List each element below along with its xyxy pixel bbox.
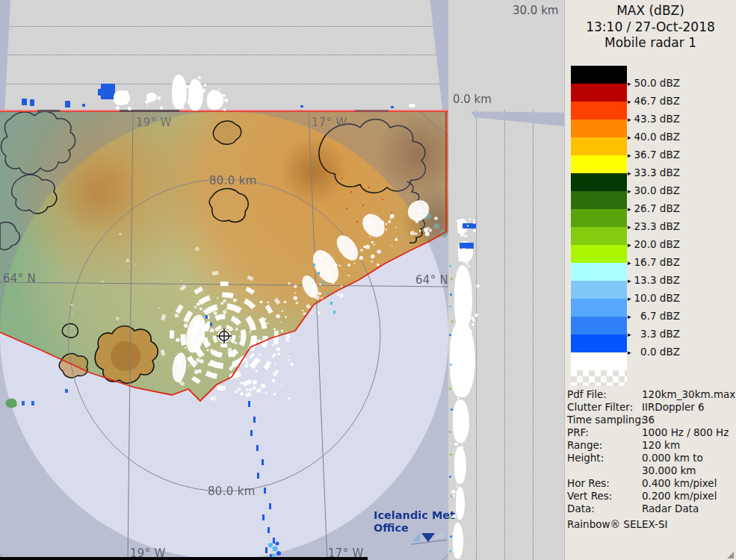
product-datetime: 13:10 / 27-Oct-2018 [565, 19, 736, 36]
echo-speck [458, 494, 460, 496]
echo-speck [449, 550, 451, 553]
legend-tick-label: ▸50.0 dBZ [628, 77, 732, 89]
metadata-label: Time sampling: [567, 414, 642, 426]
colorbar-cell [571, 245, 627, 263]
echo-speck [456, 405, 459, 408]
metadata-row: PRF:1000 Hz / 800 Hz [567, 426, 735, 439]
colorbar-cell [571, 173, 627, 191]
echo-speck [204, 84, 206, 86]
metadata-value: 120km_30km.max [642, 388, 735, 400]
echo-speck [125, 90, 128, 93]
metadata-value: 36 [642, 414, 655, 426]
legend-tick-label: ▸13.3 dBZ [628, 274, 732, 286]
colorbar-cell [571, 155, 627, 173]
dbz-colorbar [571, 66, 627, 386]
echo-speck [209, 93, 211, 96]
longitude-label-19w-top: 19° W [136, 116, 172, 129]
echo-speck [449, 305, 451, 308]
echo-speck [460, 335, 462, 337]
echo-speck [463, 429, 464, 430]
legend-tick-label: ▸3.3 dBZ [628, 328, 732, 340]
echo-speck [160, 106, 164, 110]
echo-speck [455, 281, 459, 284]
colorbar-cell [571, 209, 627, 227]
echo-blob-blue [65, 101, 70, 108]
metadata-label: Height: [567, 452, 642, 464]
echo-speck [449, 517, 451, 519]
metadata-label: Hor Res: [567, 477, 642, 490]
metadata-row: Time sampling:36 [567, 414, 735, 426]
echo-speck [464, 234, 467, 237]
echo-blob-blue [82, 104, 85, 107]
colorbar-cell [571, 137, 627, 155]
glacier-core-shade [111, 341, 140, 371]
metadata-value: 30.000 km [642, 464, 696, 476]
colorbar-cell [571, 66, 627, 84]
echo-speck [451, 278, 453, 280]
echo-speck [211, 90, 214, 93]
echo-speck [463, 230, 466, 232]
echo-speck [450, 364, 452, 366]
icelandic-met-office-logo: Icelandic Met Office [374, 509, 456, 535]
echo-speck [186, 85, 189, 88]
echo-speck [462, 393, 465, 396]
echo-speck [466, 262, 468, 265]
echo-speck [457, 397, 460, 399]
out-of-range-wedge [471, 111, 564, 127]
echo-speck [451, 320, 454, 323]
echo-speck [457, 485, 458, 487]
echo-speck [451, 408, 453, 411]
echo-speck [457, 290, 460, 292]
metadata-row: Hor Res:0.400 km/pixel [567, 477, 735, 490]
echo-speck [119, 102, 122, 105]
echo-speck [451, 490, 454, 493]
product-metadata: Pdf File:120km_30km.maxClutter Filter:II… [567, 388, 735, 515]
echo-speck [457, 273, 460, 276]
echo-speck [455, 385, 458, 388]
echo-speck [454, 426, 457, 429]
echo-speck [458, 556, 460, 559]
legend-tick-label: ▸36.7 dBZ [628, 149, 732, 161]
echo-speck [463, 474, 466, 476]
metadata-row: Vert Res:0.200 km/pixel [567, 490, 735, 503]
colorbar-cell-no-data [571, 370, 627, 386]
info-panel: MAX (dBZ) 13:10 / 27-Oct-2018 Mobile rad… [564, 0, 736, 560]
echo-speck [222, 94, 225, 97]
echo-speck [457, 447, 460, 449]
height-axis-origin-label: 0.0 km [453, 93, 492, 106]
echo-speck [460, 403, 462, 405]
echo-speck [198, 76, 201, 79]
product-title: MAX (dBZ) [565, 3, 736, 19]
logo-arrows-icon [409, 529, 448, 547]
metadata-value: 0.400 km/pixel [642, 477, 717, 489]
colorbar-cell [571, 84, 627, 102]
echo-speck [177, 81, 180, 84]
latitude-label-left: 64° N [3, 272, 36, 285]
legend-tick-label: ▸26.7 dBZ [628, 202, 732, 214]
echo-speck [449, 334, 451, 336]
legend-tick-label: ▸16.7 dBZ [628, 256, 732, 268]
metadata-value: 1000 Hz / 800 Hz [642, 426, 729, 438]
colorbar-cell-below-threshold [571, 352, 627, 370]
echo-speck [460, 290, 464, 293]
echo-blob-white [453, 399, 469, 443]
echo-speck [454, 554, 458, 558]
legend-tick-label: ▸0.0 dBZ [628, 346, 732, 358]
legend-tick-label: ▸10.0 dBZ [628, 292, 732, 304]
echo-speck [456, 499, 457, 500]
echo-speck [462, 469, 466, 473]
legend-tick-label: ▸30.0 dBZ [628, 184, 732, 196]
resize-grip-icon[interactable] [727, 552, 734, 559]
height-gridline [0, 55, 448, 55]
echo-speck [145, 101, 146, 102]
height-gridline [0, 26, 448, 27]
colorbar-cell [571, 227, 627, 245]
colorbar-cell [571, 102, 627, 119]
echo-blob-blue [30, 99, 34, 106]
height-axis-max-label: 30.0 km [513, 4, 558, 17]
bottom-bar [0, 557, 368, 560]
legend-tick-label: ▸43.3 dBZ [628, 113, 732, 125]
metadata-label: Data: [567, 503, 642, 515]
echo-speck [466, 353, 468, 355]
echo-blob-blue [463, 223, 476, 228]
